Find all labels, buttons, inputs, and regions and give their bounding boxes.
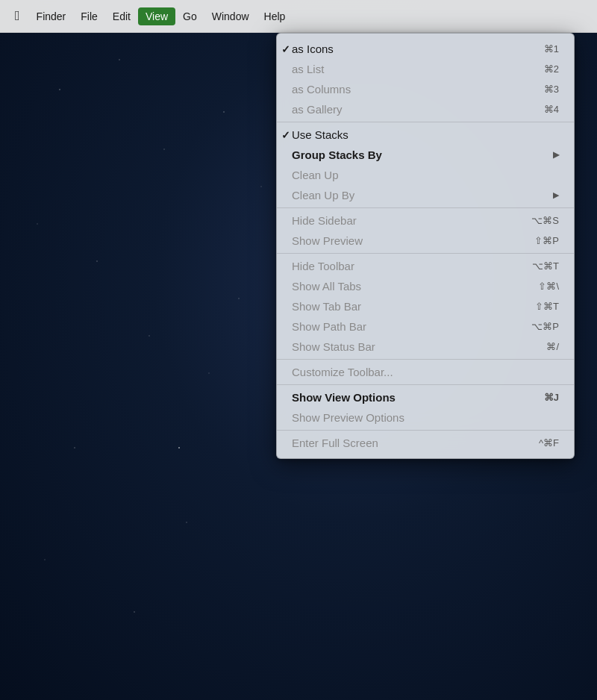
shortcut-label: ⇧⌘P [534,235,559,246]
menu-item-label: Show Preview Options [292,411,559,424]
menu-item-enter-full-screen[interactable]: Enter Full Screen ^⌘F [277,433,574,453]
menu-item-label: Show Tab Bar [292,300,535,313]
menu-item-show-path-bar[interactable]: Show Path Bar ⌥⌘P [277,316,574,337]
menu-item-label: Show Status Bar [292,340,546,353]
menubar-item-help[interactable]: Help [257,7,293,25]
menu-item-label: Clean Up [292,169,559,181]
menu-item-label: Group Stacks By [292,149,547,161]
shortcut-label: ^⌘F [539,437,559,449]
shortcut-label: ⌘J [544,392,559,403]
menubar-item-go[interactable]: Go [175,7,204,25]
shortcut-label: ⌘/ [546,341,559,352]
view-dropdown-menu: ✓ as Icons ⌘1 as List ⌘2 as Columns ⌘3 a… [276,33,575,459]
shortcut-label: ⇧⌘T [535,301,559,312]
stacks-section: ✓ Use Stacks Group Stacks By ▶ Clean Up … [277,122,574,208]
shortcut-label: ⌥⌘P [531,321,559,332]
menu-item-label: Show View Options [292,391,544,404]
menubar-item-edit[interactable]: Edit [105,7,138,25]
menu-item-as-list[interactable]: as List ⌘2 [277,59,574,79]
menubar-item-window[interactable]: Window [204,7,257,25]
menubar-item-view[interactable]: View [138,7,175,25]
menu-item-show-preview[interactable]: Show Preview ⇧⌘P [277,231,574,251]
menu-item-label: Show Preview [292,234,534,247]
menu-item-as-icons[interactable]: ✓ as Icons ⌘1 [277,39,574,59]
toolbar-tabs-section: Hide Toolbar ⌥⌘T Show All Tabs ⇧⌘\ Show … [277,254,574,360]
menu-item-customize-toolbar[interactable]: Customize Toolbar... [277,362,574,382]
shortcut-label: ⌘3 [544,84,559,95]
check-icon: ✓ [281,43,290,55]
menu-item-label: as Columns [292,83,544,96]
customize-section: Customize Toolbar... [277,360,574,385]
apple-menu-item[interactable]:  [6,8,29,24]
shortcut-label: ⌘4 [544,104,559,115]
menu-item-label: Customize Toolbar... [292,366,559,378]
menu-item-label: Hide Sidebar [292,214,531,227]
submenu-arrow-icon: ▶ [553,150,559,160]
menu-item-label: Use Stacks [292,128,559,141]
menu-item-as-columns[interactable]: as Columns ⌘3 [277,79,574,99]
menu-item-label: Clean Up By [292,189,547,201]
menu-item-hide-sidebar[interactable]: Hide Sidebar ⌥⌘S [277,210,574,231]
menu-item-use-stacks[interactable]: ✓ Use Stacks [277,125,574,145]
shortcut-label: ⌥⌘T [532,260,559,272]
menu-item-clean-up-by[interactable]: Clean Up By ▶ [277,185,574,205]
menu-item-label: as List [292,63,544,75]
menu-item-show-all-tabs[interactable]: Show All Tabs ⇧⌘\ [277,276,574,296]
menubar-item-finder[interactable]: Finder [29,7,74,25]
menu-item-show-tab-bar[interactable]: Show Tab Bar ⇧⌘T [277,296,574,316]
menu-item-label: Show All Tabs [292,280,538,293]
menu-item-hide-toolbar[interactable]: Hide Toolbar ⌥⌘T [277,256,574,276]
menu-item-show-status-bar[interactable]: Show Status Bar ⌘/ [277,337,574,357]
menu-item-as-gallery[interactable]: as Gallery ⌘4 [277,99,574,119]
menu-item-label: as Gallery [292,103,544,116]
menu-item-label: Show Path Bar [292,320,531,333]
menu-item-label: Hide Toolbar [292,260,532,272]
sidebar-preview-section: Hide Sidebar ⌥⌘S Show Preview ⇧⌘P [277,208,574,254]
menu-item-clean-up[interactable]: Clean Up [277,165,574,185]
check-icon: ✓ [281,129,290,141]
shortcut-label: ⌥⌘S [531,215,559,226]
menu-item-group-stacks-by[interactable]: Group Stacks By ▶ [277,145,574,165]
menu-item-show-view-options[interactable]: Show View Options ⌘J [277,387,574,407]
shortcut-label: ⌘2 [544,63,559,75]
view-modes-section: ✓ as Icons ⌘1 as List ⌘2 as Columns ⌘3 a… [277,37,574,122]
menu-item-label: Enter Full Screen [292,437,539,449]
submenu-arrow-icon: ▶ [553,190,559,200]
shortcut-label: ⇧⌘\ [538,281,559,292]
shortcut-label: ⌘1 [544,43,559,54]
menu-item-label: as Icons [292,43,544,55]
fullscreen-section: Enter Full Screen ^⌘F [277,431,574,455]
menubar-item-file[interactable]: File [73,7,105,25]
menu-item-show-preview-options[interactable]: Show Preview Options [277,407,574,428]
view-options-section: Show View Options ⌘J Show Preview Option… [277,385,574,431]
menubar:  Finder File Edit View Go Window Help [0,0,597,33]
